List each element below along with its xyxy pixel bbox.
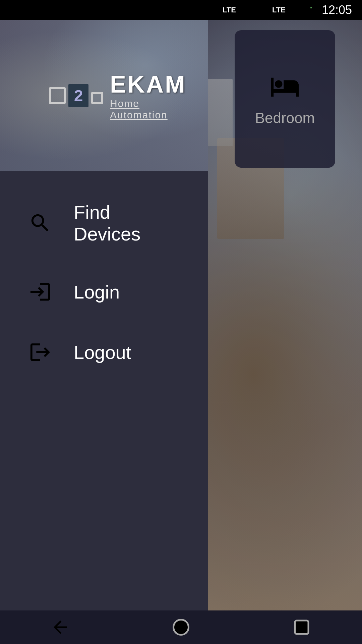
bed-icon xyxy=(265,71,305,103)
drawer-header: 2 EKAM Home Automation xyxy=(0,20,208,171)
home-button[interactable] xyxy=(161,614,201,641)
drawer-menu: Find Devices Login Logout xyxy=(0,171,208,610)
lte1-label: LTE xyxy=(223,6,236,14)
ekam-square-left xyxy=(49,87,66,104)
logout-item[interactable]: Logout xyxy=(0,322,208,382)
logout-label: Logout xyxy=(74,341,131,363)
ekam-icon-blocks: 2 xyxy=(49,84,103,107)
svg-rect-1 xyxy=(295,621,308,634)
time-display: 12:05 xyxy=(322,3,352,17)
search-icon xyxy=(27,210,54,236)
status-right-icons: LTE LTE xyxy=(212,3,352,17)
status-bar: LTE LTE xyxy=(0,0,362,20)
photo-icon xyxy=(10,3,23,17)
recents-button[interactable] xyxy=(282,614,322,641)
find-devices-item[interactable]: Find Devices xyxy=(0,184,208,262)
status-left-icons xyxy=(10,3,42,17)
ekam-logo: 2 EKAM Home Automation xyxy=(49,70,186,121)
ekam-square-right xyxy=(91,92,103,104)
signal2-icon xyxy=(290,3,300,17)
logout-icon xyxy=(27,339,54,366)
spinner-icon xyxy=(29,3,42,17)
wifi-icon xyxy=(241,3,253,17)
login-label: Login xyxy=(74,281,120,303)
right-panel: Bedroom xyxy=(208,20,362,610)
ekam-square-middle: 2 xyxy=(68,84,88,107)
app-title: EKAM xyxy=(110,70,186,98)
signal-icon xyxy=(257,3,267,17)
navigation-bar xyxy=(0,610,362,644)
login-item[interactable]: Login xyxy=(0,262,208,322)
navigation-drawer: 2 EKAM Home Automation Find Devices xyxy=(0,20,208,610)
find-devices-label: Find Devices xyxy=(74,201,181,245)
ekam-text-block: EKAM Home Automation xyxy=(110,70,186,121)
call-lte-icon: LTE xyxy=(212,5,236,15)
battery-icon xyxy=(305,3,317,17)
bedroom-label: Bedroom xyxy=(255,110,315,126)
lte2-label: LTE xyxy=(272,6,286,14)
app-tagline: Home Automation xyxy=(110,98,186,121)
svg-point-0 xyxy=(174,620,189,635)
login-icon xyxy=(27,278,54,305)
bedroom-card[interactable]: Bedroom xyxy=(235,30,335,168)
back-button[interactable] xyxy=(40,614,80,641)
